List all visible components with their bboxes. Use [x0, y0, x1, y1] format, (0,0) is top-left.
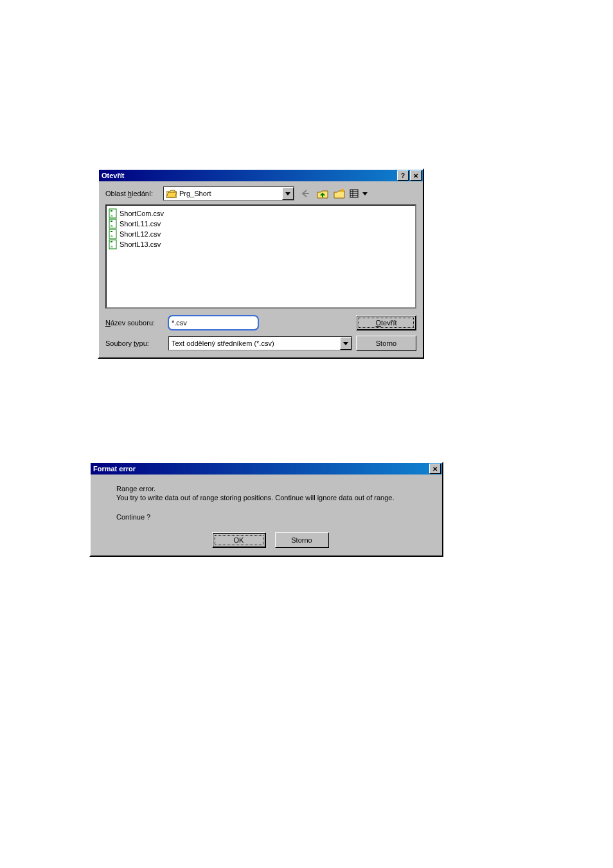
views-icon — [350, 189, 361, 198]
close-icon: ✕ — [432, 466, 438, 473]
filetype-combo[interactable]: Text oddělený středníkem (*.csv) — [168, 336, 352, 350]
views-button[interactable] — [348, 186, 369, 201]
csv-file-icon: a — [108, 229, 118, 239]
cancel-button[interactable]: Storno — [275, 532, 329, 548]
csv-file-icon: a — [108, 239, 118, 249]
open-dialog-toolbar — [298, 186, 369, 201]
csv-file-icon: a — [108, 208, 118, 219]
close-button[interactable]: ✕ — [429, 464, 441, 474]
open-file-dialog: Otevřít ? ✕ Oblast hledání: Prg_Short — [98, 168, 424, 359]
error-line-2: You try to write data out of range stori… — [116, 494, 424, 502]
file-item[interactable]: a ShortCom.csv — [108, 208, 414, 219]
file-name: ShortL13.csv — [120, 240, 161, 248]
format-error-dialog: Format error ✕ Range error. You try to w… — [89, 462, 443, 557]
error-dialog-titlebar[interactable]: Format error ✕ — [91, 463, 442, 475]
open-button[interactable]: Otevřít — [356, 315, 416, 330]
open-dialog-titlebar[interactable]: Otevřít ? ✕ — [99, 170, 423, 181]
new-folder-icon — [333, 188, 345, 199]
file-name: ShortCom.csv — [120, 210, 164, 217]
up-one-level-button[interactable] — [315, 186, 330, 201]
svg-marker-1 — [166, 192, 177, 197]
back-arrow-icon — [301, 189, 311, 198]
close-icon: ✕ — [413, 172, 418, 179]
file-item[interactable]: a ShortL13.csv — [108, 239, 414, 249]
svg-rect-14 — [111, 210, 112, 212]
help-icon: ? — [401, 172, 405, 179]
error-line-1: Range error. — [116, 485, 424, 493]
look-in-folder-name: Prg_Short — [179, 190, 282, 197]
svg-rect-23 — [111, 241, 112, 242]
open-folder-icon — [166, 189, 177, 198]
filetype-dropdown-button[interactable] — [340, 337, 351, 350]
look-in-combo[interactable]: Prg_Short — [163, 186, 294, 201]
filename-label: Název souboru: — [105, 319, 163, 327]
look-in-label: Oblast hledání: — [105, 190, 163, 197]
csv-file-icon: a — [108, 219, 118, 229]
help-button[interactable]: ? — [397, 170, 409, 181]
file-list-pane[interactable]: a ShortCom.csv a ShortL11.csv a ShortL12… — [105, 204, 416, 309]
chevron-down-icon — [343, 342, 348, 345]
error-dialog-title: Format error — [92, 465, 428, 473]
ok-button[interactable]: OK — [212, 532, 266, 548]
filetype-value: Text oddělený středníkem (*.csv) — [169, 339, 340, 347]
open-dialog-title: Otevřít — [100, 172, 396, 179]
filetype-label: Soubory typu: — [105, 339, 163, 347]
filename-input[interactable]: *.csv — [168, 316, 258, 330]
file-item[interactable]: a ShortL11.csv — [108, 219, 414, 229]
chevron-down-icon — [362, 192, 368, 195]
close-button[interactable]: ✕ — [410, 170, 422, 181]
cancel-button[interactable]: Storno — [356, 336, 416, 351]
svg-rect-20 — [111, 231, 112, 232]
look-in-dropdown-button[interactable] — [282, 187, 294, 200]
chevron-down-icon — [285, 192, 290, 195]
svg-rect-17 — [111, 221, 112, 222]
up-one-level-icon — [317, 188, 328, 199]
file-name: ShortL12.csv — [120, 230, 161, 238]
svg-marker-3 — [334, 191, 344, 198]
error-question: Continue ? — [116, 513, 424, 521]
new-folder-button[interactable] — [332, 186, 347, 201]
file-name: ShortL11.csv — [120, 220, 161, 228]
file-item[interactable]: a ShortL12.csv — [108, 229, 414, 239]
back-button[interactable] — [298, 186, 314, 201]
